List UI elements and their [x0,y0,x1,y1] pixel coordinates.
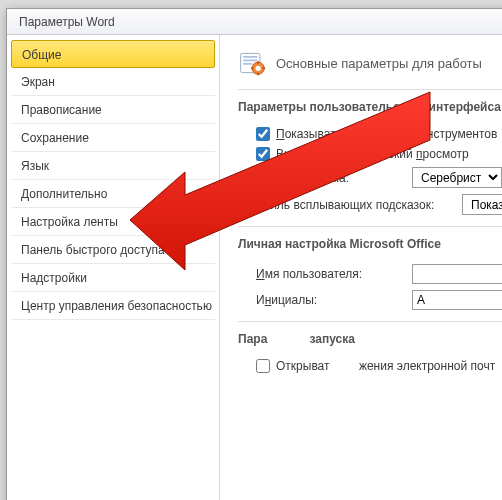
svg-rect-1 [243,56,257,58]
sidebar-item-addins[interactable]: Надстройки [11,264,215,292]
main-panel: Основные параметры для работы Параметры … [220,35,502,500]
sidebar-item-label: Панель быстрого доступа [21,243,165,257]
sidebar-item-save[interactable]: Сохранение [11,124,215,152]
sidebar-item-display[interactable]: Экран [11,68,215,96]
sidebar-item-label: Язык [21,159,49,173]
category-sidebar: Общие Экран Правописание Сохранение Язык… [7,35,220,500]
section-title: Личная настройка Microsoft Office [238,237,502,251]
section-title: Параметры запускаПараметры запуска [238,332,502,346]
sidebar-item-label: Надстройки [21,271,87,285]
sidebar-item-label: Правописание [21,103,102,117]
titlebar: Параметры Word [7,9,502,35]
svg-rect-6 [257,61,259,64]
svg-rect-2 [243,60,257,62]
sidebar-item-label: Экран [21,75,55,89]
screentip-style-combo[interactable]: Показывать [462,194,502,215]
show-mini-toolbar-label: ППоказывать мини-панель инструментовоказ… [276,127,497,141]
live-preview-checkbox[interactable] [256,147,270,161]
live-preview-label: Включить динамический просмотрВключить д… [276,147,469,161]
initials-input[interactable] [412,290,502,310]
sidebar-item-label: Общие [22,48,61,62]
section-ui-params: Параметры пользовательского интерфейса П… [238,89,502,226]
sidebar-item-language[interactable]: Язык [11,152,215,180]
svg-rect-3 [243,63,252,65]
section-office-personalize: Личная настройка Microsoft Office Имя по… [238,226,502,321]
initials-label: Инициалы:Инициалы: [256,293,406,307]
options-dialog: Параметры Word Общие Экран Правописание … [6,8,502,500]
color-scheme-combo[interactable]: Серебристая [412,167,502,188]
username-label: Имя пользователя:Имя пользователя: [256,267,406,281]
sidebar-item-label: Настройка ленты [21,215,118,229]
sidebar-item-general[interactable]: Общие [11,40,215,68]
screentip-style-label: Стиль всплывающих подсказок:Стиль всплыв… [256,198,456,212]
sidebar-item-qat[interactable]: Панель быстрого доступа [11,236,215,264]
sidebar-item-advanced[interactable]: Дополнительно [11,180,215,208]
window-title: Параметры Word [19,15,115,29]
sidebar-item-label: Центр управления безопасностью [21,299,212,313]
open-email-attachments-checkbox[interactable] [256,359,270,373]
page-heading: Основные параметры для работы [276,56,482,71]
svg-rect-7 [257,73,259,76]
svg-rect-8 [251,67,254,69]
sidebar-item-trust-center[interactable]: Центр управления безопасностью [11,292,215,320]
color-scheme-label: Цветовая схема:Цветовая схема: [256,171,406,185]
section-title: Параметры пользовательского интерфейса [238,100,502,114]
sidebar-item-label: Дополнительно [21,187,107,201]
svg-point-5 [256,66,261,71]
section-startup: Параметры запускаПараметры запуска Откры… [238,321,502,384]
sidebar-item-proofing[interactable]: Правописание [11,96,215,124]
sidebar-item-customize-ribbon[interactable]: Настройка ленты [11,208,215,236]
svg-rect-9 [263,67,266,69]
username-input[interactable] [412,264,502,284]
sidebar-item-label: Сохранение [21,131,89,145]
general-options-icon [238,49,266,77]
open-email-attachments-label: Открывать вложения электронной почтОткры… [276,359,495,373]
show-mini-toolbar-checkbox[interactable] [256,127,270,141]
